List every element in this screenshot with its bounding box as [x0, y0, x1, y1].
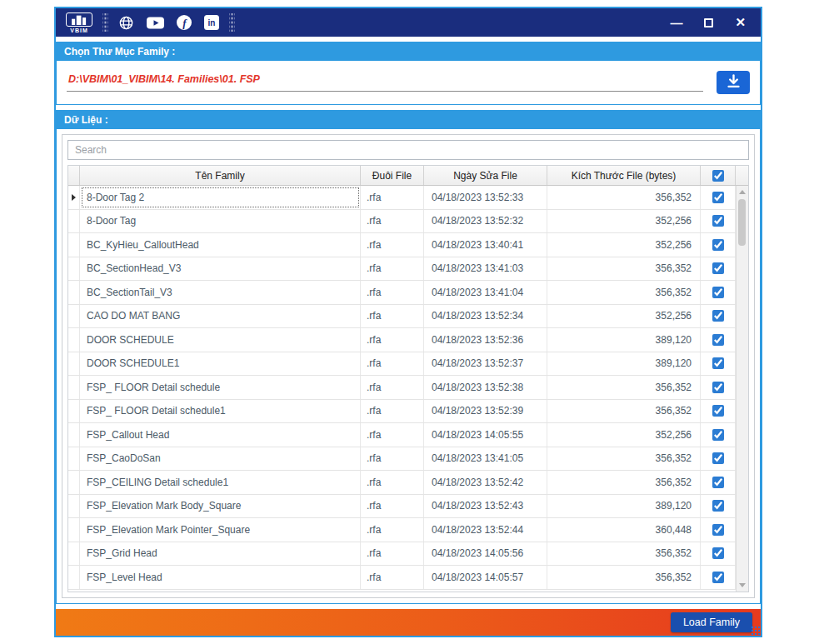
row-checkbox[interactable] [712, 477, 724, 488]
row-selector-cell [68, 566, 80, 589]
row-checkbox[interactable] [712, 524, 724, 536]
cell-file-size: 356,352 [547, 257, 701, 281]
table-row[interactable]: DOOR SCHEDULE1 .rfa 04/18/2023 13:52:37 … [68, 352, 736, 377]
cell-family-name: FSP_Grid Head [80, 542, 361, 566]
cell-family-name: DOOR SCHEDULE [80, 328, 361, 352]
row-checkbox[interactable] [712, 382, 724, 393]
footer-bar: Load Family [56, 609, 761, 636]
table-row[interactable]: FSP_Elevation Mark Pointer_Square .rfa 0… [68, 518, 736, 542]
cell-file-ext: .rfa [361, 542, 424, 566]
cell-file-size: 389,120 [547, 328, 701, 352]
cell-checkbox [701, 376, 736, 399]
scrollbar-track[interactable] [737, 198, 748, 579]
scroll-down-button[interactable] [737, 579, 748, 592]
row-checkbox[interactable] [712, 547, 724, 559]
family-table: Tên Family Đuôi File Ngày Sửa File Kích … [67, 165, 749, 592]
cell-file-ext: .rfa [361, 447, 424, 471]
search-input[interactable] [67, 140, 749, 160]
cell-modified-date: 04/18/2023 13:52:33 [424, 186, 547, 209]
table-row[interactable]: FSP_CEILING Detail schedule1 .rfa 04/18/… [68, 471, 736, 495]
table-scrollbar[interactable] [736, 186, 748, 592]
row-checkbox[interactable] [712, 452, 724, 464]
table-row[interactable]: CAO DO MAT BANG .rfa 04/18/2023 13:52:34… [68, 305, 736, 329]
youtube-icon[interactable] [147, 16, 164, 30]
row-checkbox[interactable] [712, 500, 724, 512]
load-family-button[interactable]: Load Family [671, 612, 752, 632]
path-underline [67, 91, 703, 92]
folder-panel: D:\VBIM\01_VIBIM\14. Families\01. FSP [57, 61, 760, 104]
facebook-icon[interactable]: f [177, 15, 192, 30]
row-selector-header [68, 166, 80, 185]
table-row[interactable]: FSP_Grid Head .rfa 04/18/2023 14:05:56 3… [68, 542, 736, 567]
table-row[interactable]: BC_KyHieu_CalloutHead .rfa 04/18/2023 13… [68, 233, 736, 257]
separator-grip-icon [229, 13, 235, 32]
row-selector-cell [68, 495, 80, 518]
folder-path: D:\VBIM\01_VIBIM\14. Families\01. FSP [67, 73, 703, 85]
table-row[interactable]: 8-Door Tag 2 .rfa 04/18/2023 13:52:33 35… [68, 186, 736, 210]
table-row[interactable]: DOOR SCHEDULE .rfa 04/18/2023 13:52:36 3… [68, 328, 736, 352]
cell-file-ext: .rfa [361, 281, 424, 304]
table-row[interactable]: FSP_ FLOOR Detail schedule1 .rfa 04/18/2… [68, 400, 736, 424]
table-row[interactable]: FSP_CaoDoSan .rfa 04/18/2023 13:41:05 35… [68, 447, 736, 472]
select-all-checkbox[interactable] [712, 170, 724, 182]
globe-icon[interactable] [118, 15, 134, 31]
row-selector-cell [68, 542, 80, 566]
scrollbar-header-spacer [736, 166, 748, 185]
cell-family-name: DOOR SCHEDULE1 [80, 352, 361, 376]
cell-file-size: 356,352 [547, 471, 701, 494]
cell-file-size: 356,352 [547, 400, 701, 423]
linkedin-icon[interactable]: in [204, 15, 219, 30]
close-button[interactable]: ✕ [735, 15, 746, 30]
maximize-button[interactable] [704, 15, 713, 30]
minimize-button[interactable]: — [670, 15, 682, 30]
cell-checkbox [701, 471, 736, 494]
row-selector-cell [68, 376, 80, 399]
row-checkbox[interactable] [712, 215, 724, 227]
resize-grip-icon[interactable] [751, 626, 760, 635]
row-selector-cell [68, 281, 80, 304]
table-row[interactable]: 8-Door Tag .rfa 04/18/2023 13:52:32 352,… [68, 210, 736, 234]
vbim-logo: VBIM [66, 12, 92, 33]
cell-checkbox [701, 447, 736, 471]
table-row[interactable]: FSP_Level Head .rfa 04/18/2023 14:05:57 … [68, 566, 736, 590]
row-checkbox[interactable] [712, 334, 724, 346]
column-header-duoi-file[interactable]: Đuôi File [361, 166, 424, 185]
table-row[interactable]: BC_SectionHead_V3 .rfa 04/18/2023 13:41:… [68, 257, 736, 282]
row-checkbox[interactable] [712, 239, 724, 251]
table-row[interactable]: BC_SectionTail_V3 .rfa 04/18/2023 13:41:… [68, 281, 736, 305]
scroll-up-button[interactable] [737, 186, 748, 198]
cell-file-size: 352,256 [547, 305, 701, 328]
cell-checkbox [701, 542, 736, 566]
cell-file-ext: .rfa [361, 400, 424, 423]
column-header-ngay-sua-file[interactable]: Ngày Sửa File [424, 166, 547, 185]
table-row[interactable]: FSP_Callout Head .rfa 04/18/2023 14:05:5… [68, 423, 736, 447]
cell-file-size: 360,448 [547, 518, 701, 542]
cell-family-name: BC_SectionHead_V3 [80, 257, 361, 281]
row-selector-cell [68, 518, 80, 542]
cell-file-ext: .rfa [361, 257, 424, 281]
cell-checkbox [701, 281, 736, 304]
maximize-icon [704, 18, 713, 27]
cell-family-name: FSP_Callout Head [80, 423, 361, 447]
row-checkbox[interactable] [712, 357, 724, 369]
cell-file-ext: .rfa [361, 352, 424, 376]
column-header-kich-thuoc-file[interactable]: Kích Thước File (bytes) [547, 166, 701, 185]
cell-file-size: 389,120 [547, 352, 701, 376]
cell-file-size: 352,256 [547, 210, 701, 233]
column-header-ten-family[interactable]: Tên Family [80, 166, 361, 185]
row-checkbox[interactable] [712, 429, 724, 441]
cell-checkbox [701, 257, 736, 281]
table-body: 8-Door Tag 2 .rfa 04/18/2023 13:52:33 35… [68, 186, 736, 592]
scrollbar-thumb[interactable] [738, 199, 746, 246]
row-checkbox[interactable] [712, 192, 724, 203]
row-checkbox[interactable] [712, 287, 724, 298]
row-checkbox[interactable] [712, 310, 724, 322]
table-row[interactable]: FSP_Elevation Mark Body_Square .rfa 04/1… [68, 495, 736, 519]
row-checkbox[interactable] [712, 572, 724, 583]
row-checkbox[interactable] [712, 262, 724, 274]
cell-modified-date: 04/18/2023 13:52:42 [424, 471, 547, 494]
row-checkbox[interactable] [712, 405, 724, 417]
cell-file-ext: .rfa [361, 186, 424, 209]
table-row[interactable]: FSP_ FLOOR Detail schedule .rfa 04/18/20… [68, 376, 736, 400]
browse-folder-button[interactable] [717, 71, 750, 94]
